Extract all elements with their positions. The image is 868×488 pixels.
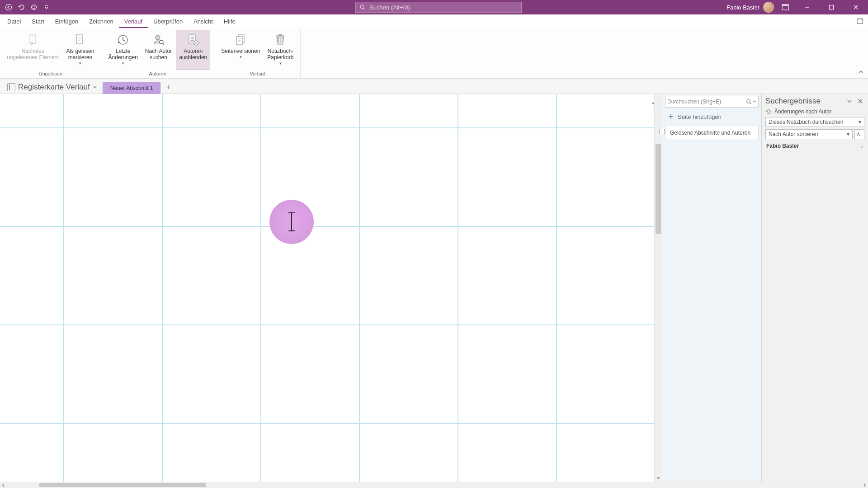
section-tab[interactable]: Neuer Abschnitt 1 xyxy=(103,82,161,94)
search-results-panel: Suchergebnisse Änderungen nach Autor Die… xyxy=(761,94,868,482)
search-icon xyxy=(746,99,752,105)
page-list-panel: Durchsuchen (Strg+E) Seite hinzufügen Ge… xyxy=(662,94,761,482)
results-title: Suchergebnisse xyxy=(765,97,843,106)
vertical-scrollbar[interactable] xyxy=(654,94,662,482)
title-bar: Gelesene Abschnitte und Autoren - OneNot… xyxy=(0,0,868,14)
undo-icon[interactable] xyxy=(16,2,26,12)
svg-rect-6 xyxy=(782,5,788,6)
horizontal-scrollbar[interactable] xyxy=(0,482,868,488)
scrollbar-thumb[interactable] xyxy=(39,483,206,487)
close-panel-icon[interactable] xyxy=(856,97,864,105)
svg-rect-7 xyxy=(830,5,834,9)
search-scope-select[interactable]: Dieses Notizbuch durchsuchen ▾ xyxy=(765,117,864,127)
collapse-ribbon-icon[interactable] xyxy=(856,68,865,76)
svg-point-0 xyxy=(6,5,12,10)
scroll-right-icon[interactable] xyxy=(861,482,868,488)
button-label: Nach Autor suchen xyxy=(145,48,172,61)
grid-lines xyxy=(0,94,662,482)
button-label: Seitenversionen xyxy=(221,48,260,55)
minimize-button[interactable] xyxy=(797,0,817,14)
group-label: Autoren xyxy=(149,70,167,77)
button-label: Als gelesen markieren xyxy=(66,48,94,61)
search-scope-value: Dieses Notizbuch durchsuchen xyxy=(769,119,843,125)
panel-options-icon[interactable] xyxy=(845,97,854,105)
ribbon-button[interactable]: Als gelesen markieren▾ xyxy=(63,30,97,70)
svg-point-17 xyxy=(196,42,197,43)
scroll-down-icon[interactable] xyxy=(655,474,662,482)
text-cursor-icon xyxy=(291,212,292,231)
ribbon-tab-datei[interactable]: Datei xyxy=(2,15,26,28)
maximize-button[interactable] xyxy=(821,0,842,14)
chevron-down-icon: ▾ xyxy=(240,55,242,59)
plus-icon xyxy=(668,113,674,120)
share-button[interactable] xyxy=(854,16,865,26)
ribbon-tab-zeichnen[interactable]: Zeichnen xyxy=(84,15,118,28)
notebook-dropdown[interactable]: Registerkarte Verlauf xyxy=(4,81,101,94)
ribbon-tab-start[interactable]: Start xyxy=(26,15,49,28)
canvas-wrap xyxy=(0,94,662,482)
notebook-bar: Registerkarte Verlauf Neuer Abschnitt 1 … xyxy=(0,79,868,94)
page-search-placeholder: Durchsuchen (Strg+E) xyxy=(667,99,721,105)
ribbon-button[interactable]: Seitenversionen▾ xyxy=(218,30,263,70)
svg-rect-21 xyxy=(279,34,282,36)
person-search-icon xyxy=(151,32,166,47)
account-button[interactable]: Fabio Basler xyxy=(726,2,774,13)
scrollbar-track[interactable] xyxy=(7,482,861,488)
svg-point-1 xyxy=(32,5,37,10)
ribbon-button[interactable]: Letzte Änderungen▾ xyxy=(105,30,141,70)
chevron-down-icon: ▾ xyxy=(122,61,124,66)
close-button[interactable] xyxy=(845,0,866,14)
button-label: Notizbuch- Papierkorb xyxy=(267,48,293,61)
chevron-down-icon: ⌄ xyxy=(860,144,863,149)
ribbon: Nächstes ungelesenes ElementAls gelesen … xyxy=(0,28,868,79)
page-title: Gelesene Abschnitte und Autoren xyxy=(670,130,750,136)
add-page-label: Seite hinzufügen xyxy=(678,113,722,120)
person-hide-icon xyxy=(185,32,201,47)
page-canvas[interactable] xyxy=(0,94,662,482)
ribbon-tab-überprüfen[interactable]: Überprüfen xyxy=(148,15,188,28)
svg-point-12 xyxy=(156,35,160,40)
button-label: Letzte Änderungen xyxy=(108,48,137,61)
ribbon-button[interactable]: Notizbuch- Papierkorb▾ xyxy=(264,30,297,70)
button-label: Nächstes ungelesenes Element xyxy=(7,48,59,61)
sort-select[interactable]: Nach Autor sortieren ▾ xyxy=(765,129,853,139)
ribbon-tab-ansicht[interactable]: Ansicht xyxy=(188,15,218,28)
page-search-input[interactable]: Durchsuchen (Strg+E) xyxy=(665,96,759,108)
svg-point-13 xyxy=(160,40,163,44)
chevron-down-icon: ▾ xyxy=(79,61,81,66)
svg-point-22 xyxy=(747,99,750,103)
chevron-down-icon: ▾ xyxy=(279,61,282,66)
notebook-name: Registerkarte Verlauf xyxy=(18,83,90,92)
global-search[interactable]: Suchen (Alt+M) xyxy=(355,2,522,13)
main-area: Durchsuchen (Strg+E) Seite hinzufügen Ge… xyxy=(0,94,868,482)
author-name: Fabio Basler xyxy=(766,143,799,149)
ribbon-tab-hilfe[interactable]: Hilfe xyxy=(218,15,241,28)
ribbon-button[interactable]: Autoren ausblenden xyxy=(176,30,210,70)
scroll-left-icon[interactable] xyxy=(0,482,7,488)
ribbon-group-autoren: Letzte Änderungen▾Nach Autor suchenAutor… xyxy=(101,28,214,78)
ribbon-button[interactable]: Nach Autor suchen xyxy=(142,30,175,70)
qat-customize-icon[interactable] xyxy=(42,2,52,12)
page-list-item[interactable]: Gelesene Abschnitte und Autoren xyxy=(665,126,759,140)
add-section-button[interactable]: + xyxy=(162,82,174,93)
ribbon-tab-verlauf[interactable]: Verlauf xyxy=(119,15,148,28)
avatar xyxy=(763,2,774,13)
chevron-down-icon xyxy=(93,85,97,89)
add-page-button[interactable]: Seite hinzufügen xyxy=(665,110,759,123)
back-icon[interactable] xyxy=(4,2,14,12)
ribbon-button: Nächstes ungelesenes Element xyxy=(4,30,62,70)
author-group[interactable]: Fabio Basler ⌄ xyxy=(762,140,868,152)
notebook-icon xyxy=(7,83,15,91)
ribbon-tabs: DateiStartEinfügenZeichnenVerlaufÜberprü… xyxy=(0,14,868,28)
svg-point-15 xyxy=(191,37,193,39)
sort-order-button[interactable]: A↓ xyxy=(854,129,864,139)
chevron-down-icon: ▾ xyxy=(859,119,861,125)
scrollbar-thumb[interactable] xyxy=(656,144,661,234)
user-name: Fabio Basler xyxy=(726,4,760,11)
ribbon-tab-einfügen[interactable]: Einfügen xyxy=(50,15,84,28)
touch-mode-icon[interactable] xyxy=(29,2,39,12)
window-layout-icon[interactable] xyxy=(778,0,793,14)
changes-by-author-row[interactable]: Änderungen nach Autor xyxy=(762,108,868,116)
chevron-down-icon[interactable] xyxy=(753,100,756,103)
titlebar-right: Fabio Basler xyxy=(726,0,868,14)
